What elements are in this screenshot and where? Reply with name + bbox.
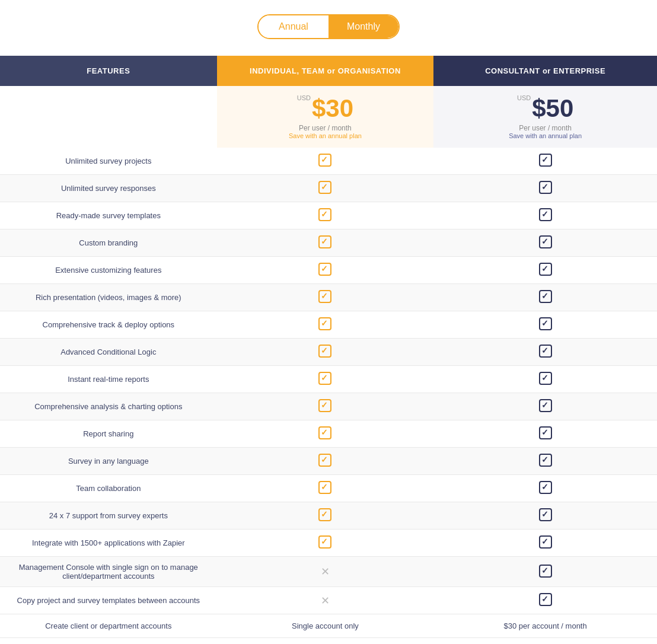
feature-name: Custom branding bbox=[0, 229, 217, 257]
check-orange-icon bbox=[318, 290, 331, 303]
check-navy-icon bbox=[539, 345, 552, 358]
feature-row: Custom branding bbox=[0, 229, 657, 257]
check-orange-icon bbox=[318, 481, 331, 494]
individual-header: INDIVIDUAL, TEAM or ORGANISATION bbox=[217, 56, 434, 86]
check-orange-icon bbox=[318, 317, 331, 330]
feature-col3 bbox=[433, 420, 657, 448]
header-row: FEATURES INDIVIDUAL, TEAM or ORGANISATIO… bbox=[0, 56, 657, 86]
check-navy-icon bbox=[539, 593, 552, 606]
check-navy-icon bbox=[539, 372, 552, 385]
feature-row: Unlimited survey projects bbox=[0, 148, 657, 175]
feature-col3 bbox=[433, 587, 657, 614]
feature-col3 bbox=[433, 366, 657, 393]
feature-name: Rich presentation (videos, images & more… bbox=[0, 284, 217, 311]
check-orange-icon bbox=[318, 399, 331, 412]
feature-col3 bbox=[433, 557, 657, 587]
price-row: USD $30 Per user / month Save with an an… bbox=[0, 86, 657, 148]
feature-col3 bbox=[433, 448, 657, 475]
individual-per: Per user / month bbox=[223, 124, 428, 132]
monthly-toggle-btn[interactable]: Monthly bbox=[328, 15, 398, 38]
feature-name: Survey in any language bbox=[0, 448, 217, 475]
feature-row: Integrate with 1500+ applications with Z… bbox=[0, 530, 657, 557]
check-navy-icon bbox=[539, 263, 552, 276]
feature-row: Extensive customizing features bbox=[0, 257, 657, 284]
feature-col2 bbox=[217, 393, 434, 420]
check-orange-icon bbox=[318, 154, 331, 167]
billing-toggle[interactable]: Annual Monthly bbox=[257, 14, 400, 39]
check-navy-icon bbox=[539, 154, 552, 167]
feature-row: Advanced Conditional Logic bbox=[0, 339, 657, 366]
annual-toggle-btn[interactable]: Annual bbox=[259, 15, 328, 38]
feature-name: Management Console with single sign on t… bbox=[0, 557, 217, 587]
billing-toggle-container: Annual Monthly bbox=[0, 0, 657, 56]
consultant-currency: USD bbox=[517, 94, 531, 101]
feature-col2 bbox=[217, 311, 434, 339]
check-orange-icon bbox=[318, 345, 331, 358]
feature-col2 bbox=[217, 202, 434, 229]
check-navy-icon bbox=[539, 535, 552, 549]
feature-name: Comprehensive track & deploy options bbox=[0, 311, 217, 339]
consultant-price-cell: USD $50 Per user / month Save with an an… bbox=[433, 86, 657, 148]
check-orange-icon bbox=[318, 454, 331, 467]
feature-row: Survey in any language bbox=[0, 448, 657, 475]
feature-row: Instant real-time reports bbox=[0, 366, 657, 393]
feature-col3 bbox=[433, 229, 657, 257]
feature-row: Ready-made survey templates bbox=[0, 202, 657, 229]
feature-name: Unlimited survey projects bbox=[0, 148, 217, 175]
feature-name: Report sharing bbox=[0, 420, 217, 448]
feature-row: 24 x 7 support from survey experts bbox=[0, 502, 657, 530]
feature-row: Management Console with single sign on t… bbox=[0, 557, 657, 587]
create-accounts-row: Create client or department accounts Sin… bbox=[0, 614, 657, 638]
feature-name: Unlimited survey responses bbox=[0, 175, 217, 202]
check-navy-icon bbox=[539, 317, 552, 330]
feature-col3 bbox=[433, 530, 657, 557]
feature-row: Unlimited survey responses bbox=[0, 175, 657, 202]
feature-col2: ✕ bbox=[217, 587, 434, 614]
check-navy-icon bbox=[539, 208, 552, 221]
feature-row: Team collaboration bbox=[0, 475, 657, 502]
feature-row: Report sharing bbox=[0, 420, 657, 448]
individual-currency: USD bbox=[297, 94, 311, 101]
check-orange-icon bbox=[318, 235, 331, 248]
check-navy-icon bbox=[539, 181, 552, 194]
check-navy-icon bbox=[539, 426, 552, 439]
feature-col3 bbox=[433, 148, 657, 175]
feature-row: Comprehensive analysis & charting option… bbox=[0, 393, 657, 420]
feature-col3 bbox=[433, 393, 657, 420]
check-navy-icon bbox=[539, 399, 552, 412]
feature-name: Integrate with 1500+ applications with Z… bbox=[0, 530, 217, 557]
feature-col2 bbox=[217, 530, 434, 557]
feature-col2 bbox=[217, 475, 434, 502]
feature-name: Team collaboration bbox=[0, 475, 217, 502]
feature-name: Copy project and survey templates betwee… bbox=[0, 587, 217, 614]
individual-save: Save with an annual plan bbox=[223, 132, 428, 139]
create-accounts-feature-name: Create client or department accounts bbox=[0, 614, 217, 638]
try-free-row: Try free! Try free! bbox=[0, 638, 657, 645]
check-orange-icon bbox=[318, 208, 331, 221]
pricing-table: FEATURES INDIVIDUAL, TEAM or ORGANISATIO… bbox=[0, 56, 657, 644]
cross-icon: ✕ bbox=[321, 566, 330, 578]
feature-col2 bbox=[217, 420, 434, 448]
feature-name: Ready-made survey templates bbox=[0, 202, 217, 229]
check-orange-icon bbox=[318, 181, 331, 194]
try-free-individual-cell: Try free! bbox=[217, 638, 434, 645]
feature-name: 24 x 7 support from survey experts bbox=[0, 502, 217, 530]
cross-icon: ✕ bbox=[321, 595, 330, 607]
consultant-per: Per user / month bbox=[439, 124, 651, 132]
check-navy-icon bbox=[539, 481, 552, 494]
check-navy-icon bbox=[539, 508, 552, 521]
feature-col2 bbox=[217, 448, 434, 475]
feature-row: Comprehensive track & deploy options bbox=[0, 311, 657, 339]
feature-col3 bbox=[433, 284, 657, 311]
feature-col2 bbox=[217, 257, 434, 284]
check-navy-icon bbox=[539, 454, 552, 467]
check-orange-icon bbox=[318, 508, 331, 521]
feature-name: Instant real-time reports bbox=[0, 366, 217, 393]
consultant-save: Save with an annual plan bbox=[439, 132, 651, 139]
check-navy-icon bbox=[539, 565, 552, 578]
individual-price-cell: USD $30 Per user / month Save with an an… bbox=[217, 86, 434, 148]
feature-col3 bbox=[433, 202, 657, 229]
try-free-consultant-cell: Try free! bbox=[433, 638, 657, 645]
feature-col2 bbox=[217, 284, 434, 311]
check-orange-icon bbox=[318, 535, 331, 549]
